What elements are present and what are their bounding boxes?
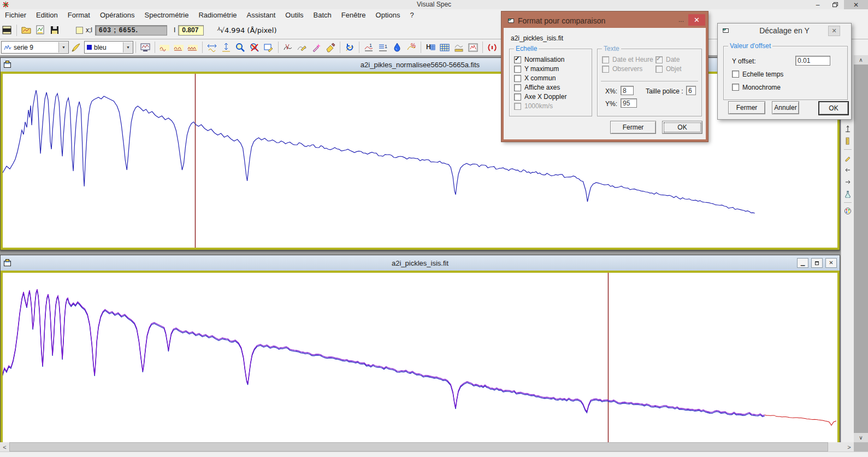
- scroll-down-icon[interactable]: ∨: [854, 433, 868, 442]
- periodic-table-button[interactable]: [438, 40, 452, 54]
- chevron-down-icon[interactable]: ▼: [58, 42, 68, 52]
- erase-brush-button[interactable]: [323, 40, 338, 54]
- y-percent-field[interactable]: 95: [621, 98, 637, 108]
- profile-three-button[interactable]: [186, 40, 200, 54]
- zoom-in-button[interactable]: [233, 40, 247, 54]
- menu-fen-tre[interactable]: Fenêtre: [336, 9, 371, 21]
- cut-profile-button[interactable]: [281, 40, 295, 54]
- tiny-arrow-left-button[interactable]: [844, 166, 852, 174]
- window2-titlebar[interactable]: a2i_pickles_isis.fit ▁ ✕: [1, 255, 840, 271]
- pen-button[interactable]: [69, 40, 83, 54]
- checkbox-box[interactable]: [732, 84, 739, 91]
- save-button[interactable]: [48, 24, 62, 37]
- window2-restore-button[interactable]: [811, 258, 823, 268]
- palette-button[interactable]: [844, 207, 852, 215]
- checkbox-box[interactable]: [514, 56, 521, 63]
- small-pencil-button[interactable]: [844, 154, 852, 162]
- flask-button[interactable]: [844, 190, 852, 198]
- maximize-button[interactable]: [826, 0, 844, 9]
- ok-button[interactable]: OK: [662, 121, 702, 134]
- checkbox-y-maximum[interactable]: Y maximum: [514, 65, 591, 73]
- profile-one-button[interactable]: [157, 40, 172, 54]
- undo-curve-button[interactable]: [343, 40, 357, 54]
- checkbox-normalisation[interactable]: Normalisation: [514, 55, 591, 64]
- app-titlebar[interactable]: Visual Spec – ✕: [0, 0, 868, 9]
- font-size-field[interactable]: 6: [686, 86, 696, 95]
- menu-outils[interactable]: Outils: [280, 9, 308, 21]
- minimize-button[interactable]: –: [809, 0, 826, 9]
- menu-op-rations[interactable]: Opérations: [95, 9, 140, 21]
- checkbox-box[interactable]: [514, 93, 521, 101]
- menu-spectrom-trie[interactable]: Spectrométrie: [140, 9, 194, 21]
- window2-minimize-button[interactable]: ▁: [797, 258, 808, 268]
- ruler-vertical-button[interactable]: [844, 137, 852, 145]
- menu-batch[interactable]: Batch: [309, 9, 336, 21]
- reference-lines-button[interactable]: 1: [376, 40, 390, 54]
- y-offset-field[interactable]: 0.01: [795, 56, 830, 66]
- horizontal-scrollbar[interactable]: < >: [0, 442, 854, 452]
- spectrum-chart-2[interactable]: [1, 271, 840, 443]
- window1-titlebar[interactable]: a2i_pikles_normalisee5650-5665a.fits: [1, 58, 840, 72]
- menu-[interactable]: ?: [405, 9, 418, 21]
- chart-file-button[interactable]: [33, 24, 48, 37]
- scroll-right-icon[interactable]: >: [845, 442, 854, 452]
- y-axis-button[interactable]: [844, 125, 852, 133]
- normalize-one-button[interactable]: 1: [362, 40, 376, 54]
- checkbox-axe-x-doppler[interactable]: Axe X Doppler: [514, 92, 591, 101]
- menu-fichier[interactable]: Fichier: [0, 9, 31, 21]
- close-button[interactable]: ✕: [844, 0, 868, 9]
- scroll-left-icon[interactable]: <: [0, 442, 9, 452]
- edit-window-button[interactable]: [262, 40, 276, 54]
- checkbox-monochrome[interactable]: Monochrome: [732, 81, 783, 93]
- chevron-down-icon[interactable]: ▼: [123, 42, 133, 52]
- profile-two-button[interactable]: [172, 40, 186, 54]
- annotate-star-button[interactable]: [309, 40, 323, 54]
- spectrum-window-2[interactable]: a2i_pickles_isis.fit ▁ ✕: [0, 255, 840, 443]
- menu-assistant[interactable]: Assistant: [242, 9, 281, 21]
- menu-radiom-trie[interactable]: Radiométrie: [193, 9, 241, 21]
- framed-profile-button[interactable]: [466, 40, 480, 54]
- series-combobox[interactable]: serie 9 ▼: [1, 41, 69, 54]
- water-drop-button[interactable]: [390, 40, 404, 54]
- menu-options[interactable]: Options: [371, 9, 405, 21]
- sound-red-button[interactable]: [485, 40, 499, 54]
- ruler-profile-button[interactable]: [452, 40, 466, 54]
- element-h-button[interactable]: H: [423, 40, 438, 54]
- open-folder-button[interactable]: [19, 24, 33, 37]
- tiny-arrow-right-button[interactable]: [844, 178, 852, 186]
- checkbox-box[interactable]: [514, 84, 521, 91]
- checkbox-affiche-axes[interactable]: Affiche axes: [514, 83, 591, 92]
- spectrum-chart-1[interactable]: [1, 72, 840, 250]
- spectrum-window-1[interactable]: a2i_pikles_normalisee5650-5665a.fits: [0, 57, 840, 250]
- color-combobox[interactable]: bleu ▼: [84, 41, 133, 54]
- fermer-button[interactable]: Fermer: [728, 101, 765, 114]
- ok-button[interactable]: OK: [818, 101, 849, 115]
- coord-checkbox[interactable]: [76, 27, 83, 34]
- offset-dialog-titlebar[interactable]: Décalage en Y ✕: [718, 24, 851, 38]
- format-dialog-close-button[interactable]: ✕: [688, 14, 705, 26]
- scroll-up-icon[interactable]: ∧: [854, 55, 868, 65]
- fermer-button[interactable]: Fermer: [610, 121, 656, 134]
- chart-file-icon: [35, 25, 46, 36]
- format-dialog-titlebar[interactable]: Format pour comparaison ... ✕: [504, 14, 706, 28]
- annuler-button[interactable]: Annuler: [772, 101, 799, 114]
- horizontal-scroll-thumb[interactable]: [9, 442, 828, 452]
- menu-format[interactable]: Format: [63, 9, 95, 21]
- checkbox-box[interactable]: [514, 75, 521, 82]
- divide-percent-button[interactable]: %: [404, 40, 418, 54]
- x-percent-field[interactable]: 8: [621, 86, 634, 95]
- window2-close-button[interactable]: ✕: [825, 258, 837, 268]
- shift-vertical-button[interactable]: [219, 40, 233, 54]
- checkbox-x-commun[interactable]: X commun: [514, 74, 591, 83]
- checkbox-box[interactable]: [732, 71, 739, 78]
- monitor-profile-button[interactable]: [138, 40, 152, 54]
- draw-profile-button[interactable]: [295, 40, 309, 54]
- zoom-cancel-button[interactable]: [247, 40, 262, 54]
- checkbox-box[interactable]: [514, 66, 521, 73]
- menu-edition[interactable]: Edition: [31, 9, 63, 21]
- vertical-scrollbar[interactable]: ∧ ∨: [854, 55, 868, 442]
- shift-horizontal-button[interactable]: [205, 40, 219, 54]
- offset-dialog-close-button[interactable]: ✕: [828, 26, 840, 36]
- checkbox-echelle-temps[interactable]: Echelle temps: [732, 68, 783, 80]
- stacked-profiles-button[interactable]: [0, 24, 14, 37]
